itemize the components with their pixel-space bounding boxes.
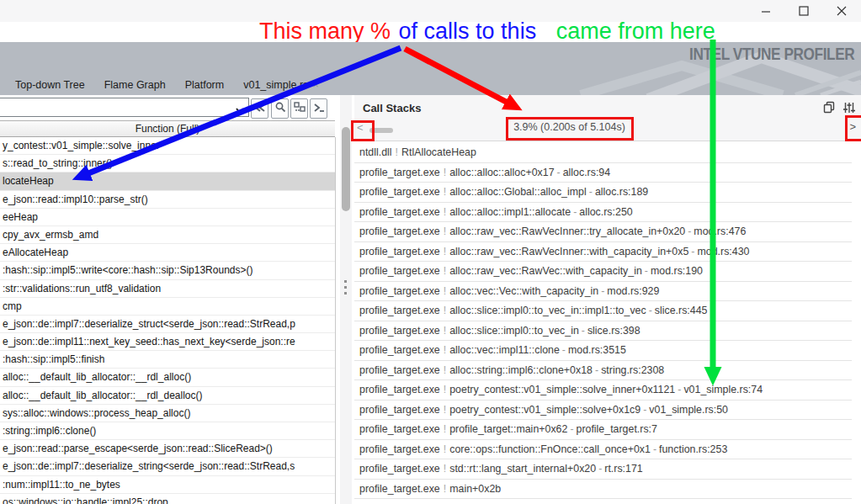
- frame-separator: !: [440, 167, 449, 178]
- stack-frame-row[interactable]: profile_target.exe!main+0x2b: [354, 480, 852, 500]
- function-row[interactable]: e_json::de::impl7::deserialize_struct<se…: [0, 316, 335, 333]
- tab-flame-graph[interactable]: Flame Graph: [104, 79, 166, 91]
- stack-frame-row[interactable]: profile_target.exe!alloc::slice::impl0::…: [354, 301, 852, 321]
- frame-dash: -: [596, 463, 604, 475]
- stack-frame-row[interactable]: profile_target.exe!poetry_contest::v01_s…: [354, 401, 852, 421]
- function-row[interactable]: :hash::sip::impl5::finish: [0, 351, 335, 369]
- window-maximize-button[interactable]: [787, 0, 821, 22]
- frame-function: alloc::alloc::Global::alloc_impl: [449, 186, 587, 198]
- highlight-box-next-button: [845, 115, 861, 141]
- minimize-icon: [761, 6, 771, 16]
- frame-dash: -: [651, 443, 659, 455]
- function-row[interactable]: e_json::read::parse_escape<serde_json::r…: [0, 440, 335, 458]
- function-row[interactable]: s::read_to_string::inner(): [0, 155, 335, 172]
- function-row[interactable]: alloc::__default_lib_allocator::__rdl_de…: [0, 387, 335, 405]
- function-row[interactable]: eAllocateHeap: [0, 244, 335, 262]
- stack-frame-row[interactable]: ntdll.dll!RtlAllocateHeap: [354, 143, 852, 163]
- call-stacks-panel: Call Stacks: [354, 95, 861, 504]
- function-row[interactable]: locateHeap: [0, 172, 335, 190]
- frame-separator: !: [440, 423, 449, 435]
- scrollbar-thumb[interactable]: [342, 127, 350, 211]
- tab-platform[interactable]: Platform: [185, 79, 225, 91]
- frame-module: profile_target.exe: [359, 186, 440, 198]
- frame-separator: !: [440, 305, 449, 316]
- stack-frame-row[interactable]: profile_target.exe!alloc::raw_vec::RawVe…: [354, 242, 852, 263]
- frame-module: profile_target.exe: [359, 463, 440, 475]
- frame-function: alloc::vec::Vec::with_capacity_in: [449, 285, 598, 297]
- tab-close-icon[interactable]: ×: [312, 79, 319, 90]
- stack-frame-row[interactable]: profile_target.exe!std::rt::lang_start_i…: [354, 459, 852, 480]
- frame-dash: -: [685, 225, 694, 237]
- frame-separator: !: [392, 146, 401, 158]
- stack-frame-row[interactable]: profile_target.exe!alloc::alloc::Global:…: [354, 183, 852, 203]
- copy-icon: [823, 101, 836, 118]
- stack-frame-row[interactable]: profile_target.exe!alloc::slice::impl0::…: [354, 321, 852, 342]
- search-icon: [274, 101, 286, 116]
- frame-source: slice.rs:398: [587, 325, 640, 337]
- annotation-band: This many % of calls to this came from h…: [0, 22, 861, 42]
- stack-frame-row[interactable]: profile_target.exe!alloc::vec::Vec::with…: [354, 282, 852, 302]
- grid-vertical-scrollbar[interactable]: [340, 95, 352, 504]
- function-row[interactable]: :string::impl6::clone(): [0, 422, 335, 440]
- stack-frame-row[interactable]: profile_target.exe!alloc::alloc::impl1::…: [354, 203, 852, 223]
- frame-function: alloc::slice::impl0::to_vec_in: [449, 325, 579, 337]
- frame-function: alloc::alloc::impl1::allocate: [449, 206, 571, 218]
- function-row[interactable]: e_json::de::impl11::next_key_seed::has_n…: [0, 333, 335, 351]
- function-row[interactable]: cmp: [0, 298, 335, 316]
- stack-frame-row[interactable]: profile_target.exe!alloc::raw_vec::RawVe…: [354, 222, 852, 242]
- tab-v01-simple-rs[interactable]: v01_simple.rs×: [243, 79, 319, 91]
- stack-frame-row[interactable]: profile_target.exe!profile_target::main+…: [354, 420, 852, 440]
- frame-function: alloc::raw_vec::RawVecInner::with_capaci…: [449, 246, 688, 257]
- filter-combobox[interactable]: [0, 98, 249, 117]
- search-button[interactable]: [271, 98, 289, 119]
- tab-label: Top-down Tree: [15, 79, 85, 91]
- frame-separator: !: [440, 246, 449, 257]
- function-row[interactable]: e_json::read::impl10::parse_str(): [0, 191, 335, 209]
- frame-module: ntdll.dll: [359, 146, 392, 158]
- function-row[interactable]: :num::impl11::to_ne_bytes: [0, 476, 335, 494]
- function-row[interactable]: eeHeap: [0, 209, 335, 226]
- function-row[interactable]: e_json::de::impl7::deserialize_string<se…: [0, 458, 335, 475]
- stack-frame-row[interactable]: profile_target.exe!core::ops::function::…: [354, 440, 852, 460]
- frame-module: profile_target.exe: [359, 167, 440, 178]
- function-row[interactable]: :str::validations::run_utf8_validation: [0, 280, 335, 298]
- frame-dash: -: [560, 344, 568, 356]
- stack-frame-row[interactable]: profile_target.exe!poetry_contest::v01_s…: [354, 380, 852, 401]
- frame-source: alloc.rs:250: [579, 206, 632, 218]
- grouping-grid-icon: [294, 101, 306, 116]
- function-row[interactable]: y_contest::v01_simple::solve_inner: [0, 137, 335, 155]
- function-row[interactable]: cpy_avx_ermsb_amd: [0, 226, 335, 244]
- copy-button[interactable]: [821, 101, 837, 118]
- frame-dash: -: [646, 305, 655, 316]
- back-button[interactable]: [251, 98, 268, 119]
- frame-separator: !: [440, 344, 449, 356]
- frame-source: alloc.rs:94: [563, 167, 610, 178]
- stack-frame-row[interactable]: profile_target.exe!alloc::alloc::alloc+0…: [354, 163, 852, 183]
- tab-bar: Top-down TreeFlame GraphPlatformv01_simp…: [15, 74, 319, 95]
- frame-source: mod.rs:929: [607, 285, 659, 297]
- function-row[interactable]: :hash::sip::impl5::write<core::hash::sip…: [0, 262, 335, 279]
- frame-dash: -: [598, 285, 607, 297]
- function-row[interactable]: alloc::__default_lib_allocator::__rdl_al…: [0, 369, 335, 386]
- frame-function: main+0x2b: [449, 483, 501, 495]
- frame-module: profile_target.exe: [359, 246, 440, 257]
- tab-top-down-tree[interactable]: Top-down Tree: [15, 79, 85, 91]
- function-grid-header[interactable]: Function (Full): [0, 120, 335, 137]
- grouping-button[interactable]: [290, 98, 308, 119]
- frame-separator: !: [440, 364, 449, 376]
- stack-frame-row[interactable]: profile_target.exe!alloc::raw_vec::RawVe…: [354, 262, 852, 282]
- panel-splitter-handle[interactable]: [344, 280, 348, 298]
- window-minimize-button[interactable]: [749, 0, 783, 22]
- frame-function: core::ops::function::FnOnce::call_once+0…: [449, 443, 651, 455]
- annotation-text: This many % of calls to this came from h…: [259, 19, 715, 44]
- stack-frame-row[interactable]: profile_target.exe!alloc::vec::impl11::c…: [354, 341, 852, 361]
- window-close-button[interactable]: [825, 0, 858, 22]
- frame-source: slice.rs:445: [655, 305, 708, 316]
- maximize-icon: [799, 6, 809, 16]
- command-line-button[interactable]: [310, 98, 327, 119]
- frame-separator: !: [440, 186, 449, 198]
- frame-module: profile_target.exe: [359, 285, 440, 297]
- function-row[interactable]: os::windows::io::handle::impl25::drop: [0, 494, 335, 504]
- stack-frame-row[interactable]: profile_target.exe!alloc::string::impl6:…: [354, 361, 852, 381]
- function-row[interactable]: sys::alloc::windows::process_heap_alloc(…: [0, 405, 335, 422]
